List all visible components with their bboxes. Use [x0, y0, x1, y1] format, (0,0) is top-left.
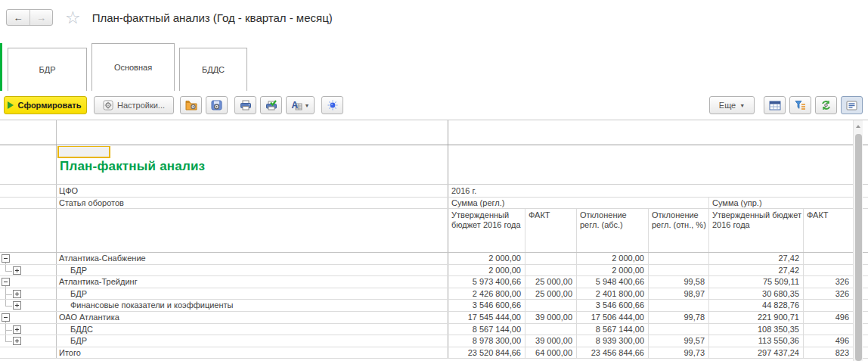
scrollbar-thumb[interactable] — [855, 134, 862, 361]
value-cell[interactable]: 326 — [804, 288, 853, 300]
tab-bdds[interactable]: БДДС — [179, 48, 247, 91]
value-cell[interactable]: 297 437,24 — [709, 347, 804, 359]
value-cell[interactable]: 496 — [804, 312, 853, 323]
value-cell[interactable]: 113 550,36 — [709, 335, 804, 347]
value-cell[interactable]: 23 456 844,66 — [577, 347, 649, 359]
value-cell[interactable]: 8 939 300,00 — [577, 335, 649, 347]
vertical-scrollbar[interactable] — [853, 120, 863, 361]
value-cell[interactable]: 2 000,00 — [448, 265, 525, 276]
value-cell[interactable]: 99,73 — [649, 347, 709, 359]
collapse-toggle-icon[interactable] — [2, 313, 10, 322]
value-cell[interactable]: 221 900,71 — [709, 312, 804, 323]
value-cell[interactable] — [804, 265, 853, 276]
value-cell[interactable] — [804, 300, 853, 311]
row-label-cell[interactable]: Атлантика-Снабжение — [57, 253, 448, 264]
column-header[interactable]: ФАКТ — [804, 209, 853, 252]
value-cell[interactable]: 2 426 800,00 — [448, 288, 525, 300]
value-cell[interactable]: 823 — [804, 347, 853, 359]
expand-toggle-icon[interactable] — [13, 337, 21, 345]
value-cell[interactable]: 8 567 144,00 — [448, 324, 525, 335]
print-preview-button[interactable] — [260, 96, 282, 114]
column-header[interactable]: Отклонение регл. (отн., %) — [649, 209, 709, 252]
font-button[interactable]: A ▼ — [286, 96, 315, 114]
forward-button[interactable]: → — [29, 10, 52, 25]
year-header-cell[interactable]: 2016 г. — [448, 185, 853, 197]
more-button[interactable]: Еще ▼ — [709, 96, 755, 114]
value-cell[interactable]: 5 973 400,66 — [448, 276, 525, 288]
value-cell[interactable]: 39 000,00 — [525, 312, 577, 323]
value-cell[interactable]: 2 000,00 — [448, 253, 525, 264]
value-cell[interactable] — [804, 253, 853, 264]
column-header[interactable]: ФАКТ — [525, 209, 577, 252]
value-cell[interactable]: 99,78 — [649, 312, 709, 323]
refresh-button[interactable] — [815, 96, 837, 114]
expand-toggle-icon[interactable] — [13, 325, 21, 334]
value-cell[interactable] — [525, 324, 577, 335]
value-cell[interactable]: 8 978 300,00 — [448, 335, 525, 347]
value-cell[interactable]: 25 000,00 — [525, 276, 577, 288]
value-cell[interactable]: 8 567 144,00 — [577, 324, 649, 335]
value-cell[interactable]: 27,42 — [709, 253, 804, 264]
value-cell[interactable]: 64 000,00 — [525, 347, 577, 359]
value-cell[interactable] — [804, 324, 853, 335]
value-cell[interactable]: 17 506 444,00 — [577, 312, 649, 323]
value-cell[interactable]: 108 350,35 — [709, 324, 804, 335]
panel-toggle-button[interactable] — [841, 96, 863, 114]
row-label-cell[interactable]: Атлантика-Трейдинг — [57, 276, 448, 288]
value-cell[interactable]: 98,97 — [649, 288, 709, 300]
value-cell[interactable] — [649, 300, 709, 311]
tab-osnovnaya[interactable]: Основная — [91, 43, 175, 91]
row-label-cell[interactable]: БДДС — [57, 324, 448, 335]
sum-upr-header-cell[interactable]: Сумма (упр.) — [709, 198, 853, 208]
value-cell[interactable]: 2 000,00 — [577, 253, 649, 264]
value-cell[interactable]: 2 000,00 — [577, 265, 649, 276]
value-cell[interactable]: 39 000,00 — [525, 335, 577, 347]
value-cell[interactable]: 44 828,76 — [709, 300, 804, 311]
row-label-cell[interactable]: Итого — [57, 347, 448, 359]
value-cell[interactable]: 496 — [804, 335, 853, 347]
tab-bdr[interactable]: БДР — [8, 48, 87, 91]
value-cell[interactable] — [525, 265, 577, 276]
value-cell[interactable] — [649, 265, 709, 276]
generate-button[interactable]: Сформировать — [4, 96, 87, 114]
sum-regl-header-cell[interactable]: Сумма (регл.) — [448, 198, 709, 208]
cfo-header-cell[interactable]: ЦФО — [57, 185, 448, 197]
save-settings-button[interactable] — [206, 96, 228, 114]
value-cell[interactable]: 27,42 — [709, 265, 804, 276]
value-cell[interactable]: 99,57 — [649, 335, 709, 347]
value-cell[interactable]: 3 546 600,66 — [577, 300, 649, 311]
value-cell[interactable] — [649, 324, 709, 335]
value-cell[interactable]: 3 546 600,66 — [448, 300, 525, 311]
column-header[interactable]: Утвержденный бюджет 2016 года — [709, 209, 804, 252]
load-settings-button[interactable] — [180, 96, 202, 114]
value-cell[interactable] — [525, 253, 577, 264]
row-label-cell[interactable]: БДР — [57, 288, 448, 300]
value-cell[interactable] — [525, 300, 577, 311]
highlight-button[interactable] — [321, 96, 343, 114]
scroll-up-icon[interactable] — [856, 125, 860, 128]
value-cell[interactable]: 99,58 — [649, 276, 709, 288]
print-button[interactable] — [234, 96, 256, 114]
structure-button[interactable] — [789, 96, 811, 114]
value-cell[interactable]: 17 545 444,00 — [448, 312, 525, 323]
back-button[interactable]: ← — [7, 10, 29, 25]
expand-toggle-icon[interactable] — [13, 290, 21, 298]
row-label-cell[interactable]: Финансовые показатели и коэффициенты — [57, 300, 448, 311]
selected-cell[interactable] — [57, 146, 110, 158]
collapse-toggle-icon[interactable] — [2, 254, 10, 263]
value-cell[interactable]: 75 509,11 — [709, 276, 804, 288]
column-header[interactable]: Утвержденный бюджет 2016 года — [448, 209, 525, 252]
expand-toggle-icon[interactable] — [13, 301, 21, 310]
value-cell[interactable]: 5 948 400,66 — [577, 276, 649, 288]
row-label-cell[interactable]: ОАО Атлантика — [57, 312, 448, 323]
table-settings-button[interactable] — [764, 96, 786, 114]
value-cell[interactable]: 30 680,35 — [709, 288, 804, 300]
value-cell[interactable]: 23 520 844,66 — [448, 347, 525, 359]
favorite-star-icon[interactable]: ☆ — [65, 10, 81, 25]
value-cell[interactable]: 2 401 800,00 — [577, 288, 649, 300]
value-cell[interactable] — [649, 253, 709, 264]
settings-button[interactable]: Настройки... — [94, 96, 174, 114]
expand-toggle-icon[interactable] — [13, 266, 21, 275]
row-label-cell[interactable]: БДР — [57, 335, 448, 347]
value-cell[interactable]: 326 — [804, 276, 853, 288]
